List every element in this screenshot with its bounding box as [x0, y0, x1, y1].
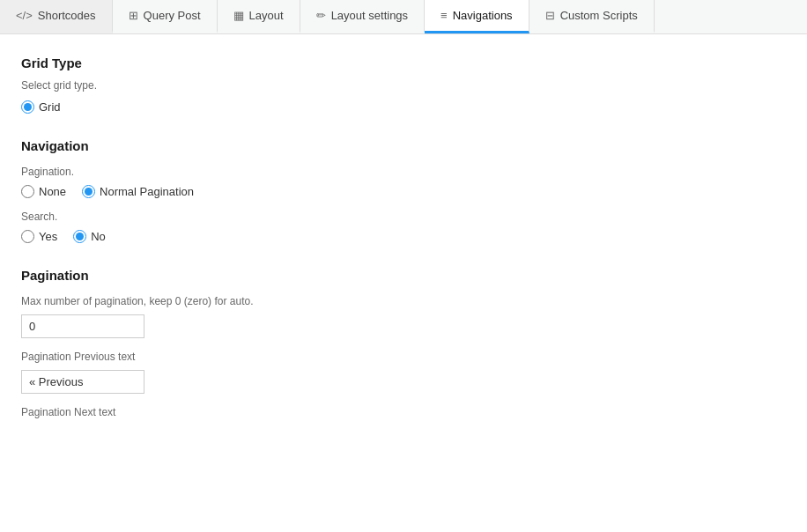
layout-settings-icon: ✏: [316, 9, 326, 22]
next-text-subsection: Pagination Next text: [21, 406, 786, 418]
pagination-section-title: Pagination: [21, 268, 786, 283]
pagination-subsection: Pagination. None Normal Pagination: [21, 166, 786, 198]
tab-layout-settings[interactable]: ✏ Layout settings: [300, 0, 425, 33]
radio-normal-label: Normal Pagination: [100, 185, 194, 198]
radio-normal-input[interactable]: [82, 185, 95, 198]
navigation-section: Navigation Pagination. None Normal Pagin…: [21, 138, 786, 243]
tab-navigations-label: Navigations: [453, 9, 513, 22]
tab-shortcodes-label: Shortcodes: [38, 9, 96, 22]
prev-text-subsection: Pagination Previous text: [21, 351, 786, 394]
grid-type-description: Select grid type.: [21, 79, 786, 92]
radio-search-no[interactable]: No: [73, 230, 106, 243]
radio-search-yes[interactable]: Yes: [21, 230, 57, 243]
tab-layout[interactable]: ▦ Layout: [218, 0, 300, 33]
search-subsection: Search. Yes No: [21, 211, 786, 243]
radio-grid-input[interactable]: [21, 100, 34, 114]
navigations-icon: ≡: [441, 9, 448, 22]
prev-text-label: Pagination Previous text: [21, 351, 786, 363]
pagination-radio-group: None Normal Pagination: [21, 185, 786, 198]
grid-type-radio-group: Grid: [21, 100, 786, 114]
tab-shortcodes[interactable]: </> Shortcodes: [0, 0, 113, 33]
radio-no-label: No: [91, 230, 106, 243]
tab-query-post[interactable]: ⊞ Query Post: [113, 0, 218, 33]
max-pagination-subsection: Max number of pagination, keep 0 (zero) …: [21, 295, 786, 338]
page-wrapper: </> Shortcodes ⊞ Query Post ▦ Layout ✏ L…: [0, 0, 807, 532]
radio-no-input[interactable]: [73, 230, 86, 243]
search-radio-group: Yes No: [21, 230, 786, 243]
tab-custom-scripts-label: Custom Scripts: [560, 9, 638, 22]
radio-none-input[interactable]: [21, 185, 34, 198]
tab-query-post-label: Query Post: [144, 9, 201, 22]
tab-layout-label: Layout: [249, 9, 284, 22]
content-area: Grid Type Select grid type. Grid Navigat…: [0, 34, 807, 464]
radio-none-label: None: [39, 185, 66, 198]
tab-navigations[interactable]: ≡ Navigations: [425, 0, 529, 33]
radio-yes-input[interactable]: [21, 230, 34, 243]
pagination-section: Pagination Max number of pagination, kee…: [21, 268, 786, 418]
radio-none[interactable]: None: [21, 185, 66, 198]
navigation-title: Navigation: [21, 138, 786, 153]
custom-scripts-icon: ⊟: [545, 9, 555, 22]
radio-normal-pagination[interactable]: Normal Pagination: [82, 185, 194, 198]
grid-type-section: Grid Type Select grid type. Grid: [21, 55, 786, 114]
max-pagination-input[interactable]: [21, 314, 144, 338]
pagination-description: Pagination.: [21, 166, 786, 178]
grid-type-title: Grid Type: [21, 55, 786, 70]
query-post-icon: ⊞: [129, 9, 138, 22]
tab-layout-settings-label: Layout settings: [331, 9, 408, 22]
search-description: Search.: [21, 211, 786, 223]
prev-text-input[interactable]: [21, 370, 144, 394]
tab-custom-scripts[interactable]: ⊟ Custom Scripts: [529, 0, 655, 33]
radio-yes-label: Yes: [39, 230, 57, 243]
radio-grid-label: Grid: [39, 100, 61, 114]
tabs-bar: </> Shortcodes ⊞ Query Post ▦ Layout ✏ L…: [0, 0, 807, 34]
radio-grid[interactable]: Grid: [21, 100, 61, 114]
next-text-label: Pagination Next text: [21, 406, 786, 418]
max-pagination-description: Max number of pagination, keep 0 (zero) …: [21, 295, 786, 307]
shortcodes-icon: </>: [16, 9, 33, 22]
layout-icon: ▦: [233, 9, 244, 22]
